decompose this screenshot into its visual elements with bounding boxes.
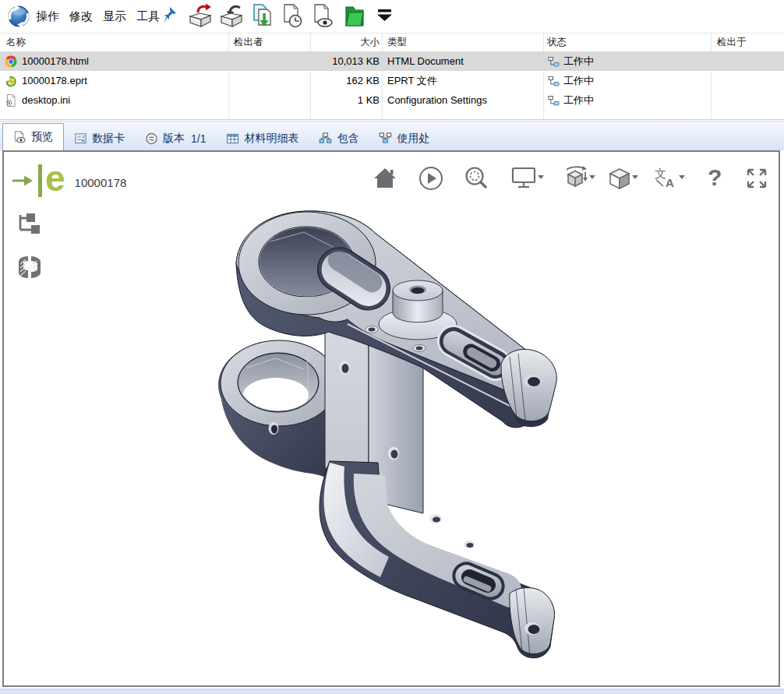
display-mode-button[interactable]: [604, 164, 641, 192]
configuration-file-icon: [5, 94, 17, 107]
tab-version[interactable]: 版本 1/1: [135, 127, 216, 150]
help-button[interactable]: ?: [700, 164, 728, 192]
menubar: 操作 修改 显示 工具: [0, 0, 784, 33]
tab-label: 数据卡: [92, 132, 125, 146]
tab-label: 使用处: [397, 132, 429, 146]
pdm-logo-icon: [5, 2, 33, 33]
components-tree-button[interactable]: [15, 211, 44, 241]
menu-operations[interactable]: 操作: [36, 9, 59, 24]
menu-tools[interactable]: 工具: [136, 9, 160, 24]
cross-section-button[interactable]: [15, 253, 44, 283]
dropdown-caret: [679, 175, 685, 179]
view-orientation-button[interactable]: [559, 164, 598, 192]
view-orientation-icon: [560, 165, 596, 192]
display-settings-icon: [511, 165, 546, 192]
column-header-status[interactable]: 状态: [547, 33, 567, 51]
edrawings-brand: e 10000178: [12, 161, 126, 200]
file-size: 1 KB: [310, 90, 380, 110]
file-size: 162 KB: [310, 71, 380, 90]
language-icon: 文 A: [652, 165, 688, 192]
dropdown-caret: [538, 175, 544, 179]
file-type: HTML Document: [387, 51, 464, 71]
version-tab-icon: [145, 132, 158, 145]
chrome-html-file-icon: [5, 55, 17, 68]
file-status: 工作中: [547, 51, 594, 71]
file-list: 名称 检出者 大小 类型 状态 检出于 10000178.html 10,013…: [0, 33, 784, 120]
preview-tab-strip: 预览 数据卡 版本 1/1 材料明细表 包含: [0, 121, 784, 150]
help-icon: ?: [705, 165, 723, 192]
version-badge: 1/1: [191, 132, 206, 145]
column-header-checked-out-at[interactable]: 检出于: [717, 33, 747, 51]
workflow-state-icon: [547, 95, 560, 106]
svg-text:?: ?: [708, 165, 722, 190]
tab-where-used[interactable]: 使用处: [369, 127, 440, 150]
file-row-ini[interactable]: desktop.ini 1 KB Configuration Settings …: [0, 90, 784, 110]
edrawings-part-file-icon: [5, 75, 17, 87]
home-icon: [372, 166, 398, 191]
column-header-name[interactable]: 名称: [6, 33, 26, 51]
file-name: desktop.ini: [22, 90, 70, 110]
file-list-header: 名称 检出者 大小 类型 状态 检出于: [0, 33, 784, 51]
pin-icon[interactable]: [161, 6, 178, 28]
check-in-icon[interactable]: [218, 3, 246, 33]
file-type: Configuration Settings: [387, 90, 487, 110]
file-row-html[interactable]: 10000178.html 10,013 KB HTML Document 工作…: [0, 51, 784, 71]
svg-text:A: A: [666, 176, 674, 189]
edrawings-arrow-icon: [12, 173, 35, 188]
fullscreen-icon: [744, 166, 769, 191]
data-card-tab-icon: [74, 132, 87, 145]
get-latest-version-icon[interactable]: [249, 3, 274, 33]
get-version-icon[interactable]: [279, 3, 305, 33]
tab-label: 版本: [163, 132, 185, 146]
file-status: 工作中: [547, 71, 594, 90]
language-button[interactable]: 文 A: [651, 164, 690, 192]
preview-tab-icon: [13, 131, 26, 143]
components-tree-icon: [15, 211, 43, 239]
file-type: EPRT 文件: [387, 71, 437, 90]
tab-label: 包含: [337, 132, 358, 146]
status-text: 工作中: [563, 71, 594, 90]
zoom-fit-button[interactable]: [460, 164, 494, 192]
tab-label: 材料明细表: [244, 132, 298, 146]
cad-model: [218, 211, 556, 658]
menu-modify[interactable]: 修改: [69, 9, 93, 24]
column-header-size[interactable]: 大小: [310, 33, 380, 51]
tab-contains[interactable]: 包含: [309, 127, 369, 150]
file-row-eprt[interactable]: 10000178.eprt 162 KB EPRT 文件 工作中: [0, 71, 784, 90]
file-name: 10000178.eprt: [22, 71, 87, 90]
column-header-type[interactable]: 类型: [387, 33, 407, 51]
edrawings-logo-letter: e: [45, 161, 65, 196]
tab-preview[interactable]: 预览: [2, 123, 64, 150]
menu-display[interactable]: 显示: [103, 9, 126, 24]
workflow-state-icon: [547, 76, 560, 86]
tab-data-card[interactable]: 数据卡: [64, 127, 135, 150]
document-id: 10000178: [75, 176, 127, 189]
status-text: 工作中: [563, 90, 594, 110]
edrawings-bar: [38, 164, 42, 197]
zoom-fit-icon: [464, 165, 490, 192]
model-viewport[interactable]: [4, 152, 779, 685]
bottom-strip: [0, 689, 784, 694]
file-size: 10,013 KB: [310, 51, 380, 71]
contains-tab-icon: [319, 132, 332, 145]
tab-bom[interactable]: 材料明细表: [216, 127, 309, 150]
display-settings-button[interactable]: [509, 164, 548, 192]
bom-tab-icon: [226, 132, 239, 145]
fullscreen-button[interactable]: [740, 164, 774, 192]
more-actions-icon[interactable]: [376, 8, 394, 26]
home-button[interactable]: [368, 164, 402, 192]
column-header-checked-out-by[interactable]: 检出者: [234, 33, 263, 51]
dropdown-caret: [632, 175, 638, 179]
display-mode-icon: [606, 165, 640, 192]
play-icon: [418, 165, 444, 192]
open-folder-icon[interactable]: [343, 3, 366, 33]
cross-section-icon: [15, 253, 41, 281]
file-status: 工作中: [547, 90, 594, 110]
file-name: 10000178.html: [22, 51, 89, 71]
dropdown-caret: [589, 175, 595, 179]
tab-label: 预览: [31, 130, 53, 144]
preview-document-icon[interactable]: [310, 3, 335, 33]
play-button[interactable]: [414, 164, 448, 192]
check-out-icon[interactable]: [187, 3, 215, 33]
menu-items: 操作 修改 显示 工具: [36, 0, 160, 33]
